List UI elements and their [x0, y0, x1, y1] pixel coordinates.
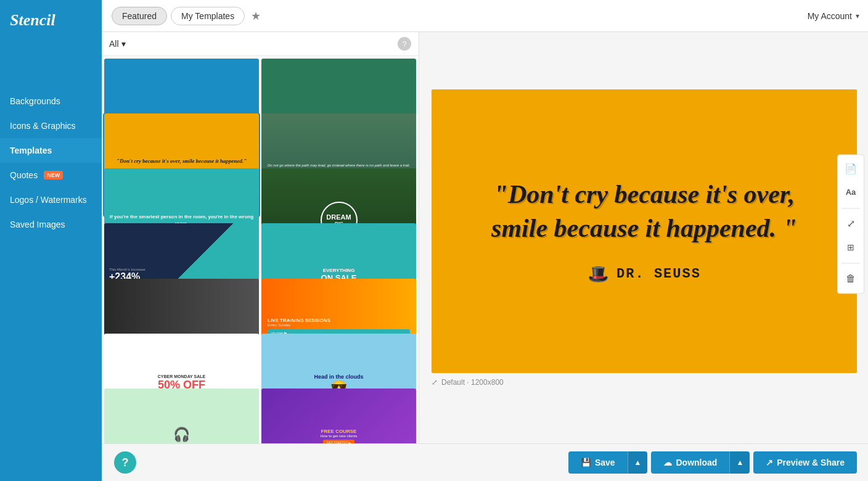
sidebar-item-templates[interactable]: Templates — [0, 138, 102, 163]
save-icon: 💾 — [581, 458, 591, 467]
canvas-quote-line1: "Don't cry because it's over, — [494, 178, 795, 212]
template-thumb-support[interactable]: 🎧 24/7 Support Sign up now — [104, 388, 259, 443]
filter-bar: All ▾ ? — [102, 32, 419, 56]
tab-my-templates[interactable]: My Templates — [171, 7, 245, 25]
save-button[interactable]: 💾 Save — [568, 451, 628, 474]
sidebar: Stencil Backgrounds Icons & Graphics Tem… — [0, 0, 102, 481]
quotes-badge: NEW — [44, 171, 63, 179]
live-title: LIVE TRAINING SESSIONS — [268, 318, 410, 323]
share-icon: ↗ — [766, 458, 773, 467]
filter-label: All — [109, 39, 119, 49]
sidebar-item-label: Logos / Watermarks — [10, 195, 87, 205]
chevron-down-icon: ▾ — [856, 12, 859, 20]
canvas-author: DR. SEUSS — [616, 266, 701, 282]
main-area: Featured My Templates ★ My Account ▾ All… — [102, 0, 868, 481]
download-icon: ☁ — [663, 458, 672, 467]
clouds-title: Head in the clouds — [314, 374, 363, 380]
tool-text[interactable]: Aa — [841, 183, 860, 202]
topbar: Featured My Templates ★ My Account ▾ — [102, 0, 868, 32]
tab-group: Featured My Templates ★ — [112, 7, 261, 25]
favorites-star-icon[interactable]: ★ — [251, 9, 261, 23]
canvas-quote-line2: smile because it happened. " — [491, 212, 797, 245]
toolbar-divider — [841, 208, 860, 208]
sidebar-item-quotes[interactable]: Quotes NEW — [0, 163, 102, 187]
sidebar-item-label: Saved Images — [10, 220, 65, 229]
tool-grid[interactable]: ⊞ — [841, 238, 860, 257]
sidebar-item-logos[interactable]: Logos / Watermarks — [0, 187, 102, 212]
template-grid: "Don't cry because it's over, smile beca… — [102, 56, 419, 443]
tab-featured[interactable]: Featured — [112, 7, 167, 25]
tool-document[interactable]: 📄 — [841, 160, 860, 178]
template-panel: All ▾ ? "Don't cry because it's over, sm… — [102, 32, 419, 443]
sidebar-item-label: Backgrounds — [10, 96, 60, 106]
live-sub: Every Sunday — [268, 323, 410, 327]
bottom-bar: ? 💾 Save ▲ ☁ Download ▲ ↗ Preview & Shar… — [102, 443, 868, 481]
account-label: My Account — [808, 11, 852, 21]
sidebar-item-label: Templates — [10, 146, 52, 155]
template-trail-text: Do not go where the path may lead, go in… — [268, 163, 410, 167]
sidebar-nav: Backgrounds Icons & Graphics Templates Q… — [0, 89, 102, 237]
canvas-container: "Don't cry because it's over, smile beca… — [432, 89, 857, 373]
preview-share-button[interactable]: ↗ Preview & Share — [753, 451, 857, 474]
canvas-size-info: ⤢ Default · 1200x800 — [432, 378, 504, 387]
resize-icon: ⤢ — [432, 378, 438, 387]
right-toolbar: 📄 Aa ⤢ ⊞ 🗑 — [837, 154, 864, 294]
body-area: All ▾ ? "Don't cry because it's over, sm… — [102, 32, 868, 443]
sidebar-item-icons-graphics[interactable]: Icons & Graphics — [0, 113, 102, 138]
hat-icon: 🎩 — [588, 264, 609, 284]
bottom-actions: 💾 Save ▲ ☁ Download ▲ ↗ Preview & Share — [568, 451, 857, 474]
template-thumb-course[interactable]: FREE COURSE How to get new clients GET S… — [261, 388, 416, 443]
app-logo[interactable]: Stencil — [0, 0, 102, 39]
tool-resize[interactable]: ⤢ — [841, 215, 860, 233]
download-button[interactable]: ☁ Download — [651, 451, 729, 474]
preview-area: "Don't cry because it's over, smile beca… — [419, 32, 868, 443]
toolbar-divider — [841, 263, 860, 263]
filter-help-icon[interactable]: ? — [398, 37, 411, 51]
main-canvas[interactable]: "Don't cry because it's over, smile beca… — [432, 89, 857, 373]
download-btn-group: ☁ Download ▲ — [651, 451, 750, 474]
course-btn: GET STARTED ▶ — [323, 440, 355, 443]
filter-select[interactable]: All ▾ — [109, 39, 126, 49]
canvas-size-label: Default · 1200x800 — [441, 378, 504, 387]
sidebar-item-label: Icons & Graphics — [10, 121, 76, 131]
headset-icon: 🎧 — [173, 427, 190, 443]
download-dropdown-button[interactable]: ▲ — [729, 451, 750, 474]
sidebar-item-saved[interactable]: Saved Images — [0, 212, 102, 237]
account-menu[interactable]: My Account ▾ — [808, 11, 859, 21]
sidebar-item-label: Quotes — [10, 170, 38, 180]
sidebar-item-backgrounds[interactable]: Backgrounds — [0, 89, 102, 113]
chevron-down-icon: ▾ — [121, 39, 126, 49]
template-quote-text: "Don't cry because it's over, smile beca… — [117, 158, 247, 164]
save-btn-group: 💾 Save ▲ — [568, 451, 648, 474]
save-dropdown-button[interactable]: ▲ — [628, 451, 648, 474]
help-button[interactable]: ? — [114, 451, 136, 474]
tool-delete[interactable]: 🗑 — [841, 269, 860, 288]
canvas-author-row: 🎩 DR. SEUSS — [588, 264, 701, 284]
